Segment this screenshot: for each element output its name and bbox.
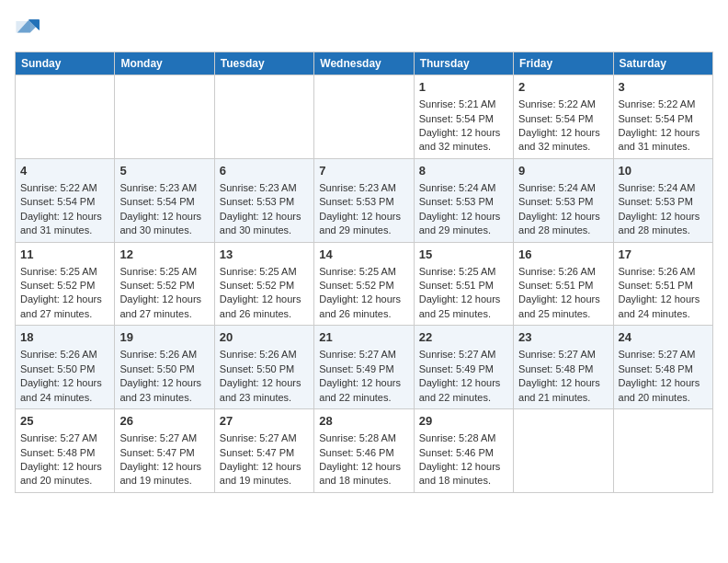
day-info: Sunrise: 5:26 AM <box>220 348 309 362</box>
calendar-cell: 6Sunrise: 5:23 AMSunset: 5:53 PMDaylight… <box>214 158 313 242</box>
day-info: Sunset: 5:53 PM <box>319 195 408 209</box>
day-info: Sunset: 5:49 PM <box>419 362 508 376</box>
day-number: 7 <box>319 163 408 179</box>
page-header <box>15 15 713 40</box>
day-info: Daylight: 12 hours and 21 minutes. <box>518 376 608 405</box>
day-info: Sunrise: 5:24 AM <box>419 181 508 195</box>
calendar-cell <box>214 75 313 159</box>
day-info: Sunset: 5:54 PM <box>518 112 608 126</box>
day-info: Sunrise: 5:26 AM <box>119 348 209 362</box>
day-info: Sunset: 5:54 PM <box>119 195 209 209</box>
day-number: 28 <box>319 413 408 430</box>
day-info: Sunset: 5:47 PM <box>220 446 309 460</box>
day-info: Daylight: 12 hours and 24 minutes. <box>20 376 109 405</box>
day-info: Daylight: 12 hours and 20 minutes. <box>619 376 708 405</box>
calendar-cell: 21Sunrise: 5:27 AMSunset: 5:49 PMDayligh… <box>314 326 414 409</box>
day-info: Sunrise: 5:22 AM <box>518 98 608 111</box>
day-number: 11 <box>20 247 109 263</box>
day-info: Sunrise: 5:25 AM <box>419 265 508 279</box>
calendar-cell <box>115 75 214 159</box>
day-info: Sunrise: 5:22 AM <box>20 181 109 195</box>
calendar-week-row: 25Sunrise: 5:27 AMSunset: 5:48 PMDayligh… <box>16 409 713 493</box>
calendar-cell: 16Sunrise: 5:26 AMSunset: 5:51 PMDayligh… <box>514 242 613 326</box>
calendar-cell: 19Sunrise: 5:26 AMSunset: 5:50 PMDayligh… <box>115 326 214 409</box>
day-number: 14 <box>319 247 408 263</box>
day-number: 16 <box>518 247 608 263</box>
calendar-cell: 12Sunrise: 5:25 AMSunset: 5:52 PMDayligh… <box>115 242 214 326</box>
day-number: 23 <box>518 329 608 346</box>
day-number: 19 <box>119 329 209 346</box>
day-info: Daylight: 12 hours and 20 minutes. <box>20 460 109 488</box>
day-info: Sunrise: 5:27 AM <box>319 348 408 362</box>
calendar-cell: 10Sunrise: 5:24 AMSunset: 5:53 PMDayligh… <box>613 158 712 242</box>
day-info: Sunrise: 5:27 AM <box>419 348 508 362</box>
weekday-header: Tuesday <box>214 52 313 75</box>
logo-icon <box>15 15 40 40</box>
day-info: Daylight: 12 hours and 26 minutes. <box>220 293 309 321</box>
day-info: Sunset: 5:46 PM <box>319 446 408 460</box>
day-info: Sunrise: 5:26 AM <box>518 265 608 279</box>
day-info: Sunrise: 5:26 AM <box>619 265 708 279</box>
day-number: 17 <box>619 247 708 263</box>
day-info: Sunset: 5:54 PM <box>619 112 708 126</box>
day-info: Sunset: 5:48 PM <box>518 362 608 376</box>
calendar-cell <box>613 409 712 493</box>
day-info: Sunset: 5:52 PM <box>119 279 209 293</box>
day-info: Sunrise: 5:26 AM <box>20 348 109 362</box>
weekday-header: Thursday <box>414 52 513 75</box>
day-info: Daylight: 12 hours and 28 minutes. <box>619 210 708 238</box>
calendar-cell <box>314 75 414 159</box>
day-info: Sunset: 5:52 PM <box>20 279 109 293</box>
day-info: Sunrise: 5:28 AM <box>319 431 408 445</box>
calendar-cell: 2Sunrise: 5:22 AMSunset: 5:54 PMDaylight… <box>514 75 613 159</box>
day-info: Sunrise: 5:27 AM <box>119 431 209 445</box>
day-info: Sunset: 5:47 PM <box>119 446 209 460</box>
day-info: Sunset: 5:51 PM <box>419 279 508 293</box>
day-info: Sunset: 5:50 PM <box>220 362 309 376</box>
day-info: Sunset: 5:51 PM <box>619 279 708 293</box>
day-number: 15 <box>419 247 508 263</box>
weekday-header: Sunday <box>16 52 115 75</box>
day-info: Daylight: 12 hours and 27 minutes. <box>119 293 209 321</box>
day-number: 25 <box>20 413 109 430</box>
weekday-header: Saturday <box>613 52 712 75</box>
day-info: Daylight: 12 hours and 22 minutes. <box>319 376 408 405</box>
calendar-week-row: 4Sunrise: 5:22 AMSunset: 5:54 PMDaylight… <box>16 158 713 242</box>
logo <box>15 15 44 40</box>
day-info: Daylight: 12 hours and 31 minutes. <box>20 210 109 238</box>
day-info: Sunset: 5:50 PM <box>20 362 109 376</box>
day-number: 29 <box>419 413 508 430</box>
calendar-cell: 24Sunrise: 5:27 AMSunset: 5:48 PMDayligh… <box>613 326 712 409</box>
day-info: Daylight: 12 hours and 19 minutes. <box>220 460 309 488</box>
day-info: Sunset: 5:46 PM <box>419 446 508 460</box>
calendar-table: SundayMondayTuesdayWednesdayThursdayFrid… <box>15 52 713 493</box>
day-number: 21 <box>319 329 408 346</box>
day-info: Daylight: 12 hours and 27 minutes. <box>20 293 109 321</box>
weekday-header: Monday <box>115 52 214 75</box>
calendar-cell: 11Sunrise: 5:25 AMSunset: 5:52 PMDayligh… <box>16 242 115 326</box>
day-number: 24 <box>619 329 708 346</box>
calendar-header-row: SundayMondayTuesdayWednesdayThursdayFrid… <box>16 52 713 75</box>
day-number: 13 <box>220 247 309 263</box>
day-number: 12 <box>119 247 209 263</box>
day-info: Sunrise: 5:27 AM <box>619 348 708 362</box>
day-info: Sunrise: 5:22 AM <box>619 98 708 111</box>
day-info: Daylight: 12 hours and 18 minutes. <box>419 460 508 488</box>
day-number: 4 <box>20 163 109 179</box>
calendar-cell: 17Sunrise: 5:26 AMSunset: 5:51 PMDayligh… <box>613 242 712 326</box>
day-info: Sunset: 5:52 PM <box>319 279 408 293</box>
day-info: Daylight: 12 hours and 23 minutes. <box>119 376 209 405</box>
day-info: Sunset: 5:53 PM <box>419 195 508 209</box>
calendar-cell: 9Sunrise: 5:24 AMSunset: 5:53 PMDaylight… <box>514 158 613 242</box>
day-info: Sunset: 5:52 PM <box>220 279 309 293</box>
day-info: Daylight: 12 hours and 24 minutes. <box>619 293 708 321</box>
day-info: Daylight: 12 hours and 18 minutes. <box>319 460 408 488</box>
calendar-cell: 23Sunrise: 5:27 AMSunset: 5:48 PMDayligh… <box>514 326 613 409</box>
day-number: 18 <box>20 329 109 346</box>
calendar-cell: 27Sunrise: 5:27 AMSunset: 5:47 PMDayligh… <box>214 409 313 493</box>
day-info: Sunset: 5:53 PM <box>518 195 608 209</box>
day-info: Sunrise: 5:25 AM <box>220 265 309 279</box>
calendar-cell: 29Sunrise: 5:28 AMSunset: 5:46 PMDayligh… <box>414 409 513 493</box>
day-info: Sunrise: 5:25 AM <box>319 265 408 279</box>
day-info: Daylight: 12 hours and 19 minutes. <box>119 460 209 488</box>
